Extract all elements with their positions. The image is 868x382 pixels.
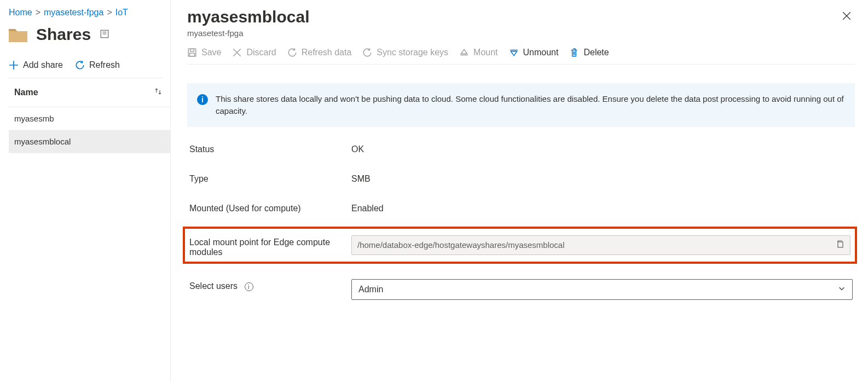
delete-label: Delete — [583, 48, 609, 57]
info-message: This share stores data locally and won't… — [216, 93, 845, 117]
sync-keys-button: Sync storage keys — [362, 48, 448, 57]
svg-rect-6 — [838, 242, 843, 247]
breadcrumb-home[interactable]: Home — [9, 8, 32, 18]
status-value: OK — [351, 142, 364, 154]
page-title: Shares — [36, 25, 91, 44]
breadcrumb-sep: > — [36, 8, 40, 18]
type-value: SMB — [351, 172, 371, 184]
detail-subtitle: myasetest-fpga — [187, 28, 309, 38]
refresh-data-label: Refresh data — [302, 48, 352, 57]
shares-header: Shares — [9, 25, 170, 44]
sync-keys-label: Sync storage keys — [377, 48, 448, 57]
info-banner: i This share stores data locally and won… — [187, 83, 855, 127]
highlighted-mountpoint: Local mount point for Edge compute modul… — [183, 227, 857, 264]
svg-rect-4 — [190, 49, 194, 51]
detail-pane: myasesmblocal myasetest-fpga Save Discar… — [171, 0, 868, 382]
select-users-label-text: Select users — [189, 281, 238, 291]
pin-icon[interactable] — [100, 29, 109, 40]
refresh-button[interactable]: Refresh — [75, 60, 120, 70]
mountpoint-label: Local mount point for Edge compute modul… — [189, 235, 351, 257]
save-label: Save — [201, 48, 221, 57]
list-header[interactable]: Name — [9, 78, 170, 107]
refresh-data-button: Refresh data — [287, 48, 352, 57]
copy-icon[interactable] — [836, 240, 844, 250]
folder-icon — [9, 27, 27, 42]
mountpoint-field[interactable]: /home/databox-edge/hostgatewayshares/mya… — [351, 235, 850, 255]
row-mounted: Mounted (Used for compute) Enabled — [187, 201, 855, 213]
select-users-label: Select users i — [189, 279, 351, 291]
left-pane: Home > myasetest-fpga > IoT Shares Add s… — [0, 0, 171, 382]
breadcrumb: Home > myasetest-fpga > IoT — [9, 8, 170, 18]
row-status: Status OK — [187, 142, 855, 154]
detail-header: myasesmblocal myasetest-fpga — [187, 8, 855, 48]
mount-button: Mount — [459, 48, 497, 57]
mount-label: Mount — [473, 48, 497, 57]
breadcrumb-sep: > — [107, 8, 112, 18]
unmount-label: Unmount — [523, 48, 559, 57]
mounted-value: Enabled — [351, 201, 384, 213]
list-item[interactable]: myasesmblocal — [9, 130, 170, 153]
sort-icon[interactable] — [154, 87, 163, 98]
share-list: myasesmb myasesmblocal — [9, 107, 170, 153]
breadcrumb-tail[interactable]: IoT — [115, 8, 128, 18]
status-label: Status — [189, 142, 351, 154]
discard-button: Discard — [232, 48, 276, 57]
list-item[interactable]: myasesmb — [9, 107, 170, 130]
select-users-value: Admin — [358, 285, 383, 294]
save-button: Save — [187, 48, 221, 57]
detail-title: myasesmblocal — [187, 8, 309, 26]
info-tooltip-icon[interactable]: i — [245, 282, 253, 291]
discard-label: Discard — [246, 48, 276, 57]
row-mountpoint: Local mount point for Edge compute modul… — [187, 235, 853, 257]
delete-button[interactable]: Delete — [569, 48, 609, 57]
row-select-users: Select users i Admin — [187, 279, 855, 300]
left-toolbar: Add share Refresh — [9, 60, 163, 78]
mountpoint-value: /home/databox-edge/hostgatewayshares/mya… — [357, 240, 565, 250]
info-icon: i — [197, 94, 208, 105]
add-share-label: Add share — [23, 60, 63, 70]
command-bar: Save Discard Refresh data Sync storage k… — [187, 48, 855, 65]
breadcrumb-resource[interactable]: myasetest-fpga — [44, 8, 103, 18]
refresh-label: Refresh — [89, 60, 120, 70]
svg-rect-5 — [190, 53, 195, 56]
unmount-button[interactable]: Unmount — [509, 48, 559, 57]
select-users-dropdown[interactable]: Admin — [351, 279, 853, 300]
type-label: Type — [189, 172, 351, 184]
add-share-button[interactable]: Add share — [9, 60, 63, 70]
close-button[interactable] — [838, 8, 855, 26]
chevron-down-icon — [838, 285, 846, 294]
mounted-label: Mounted (Used for compute) — [189, 201, 351, 213]
column-name: Name — [14, 88, 38, 97]
row-type: Type SMB — [187, 172, 855, 184]
